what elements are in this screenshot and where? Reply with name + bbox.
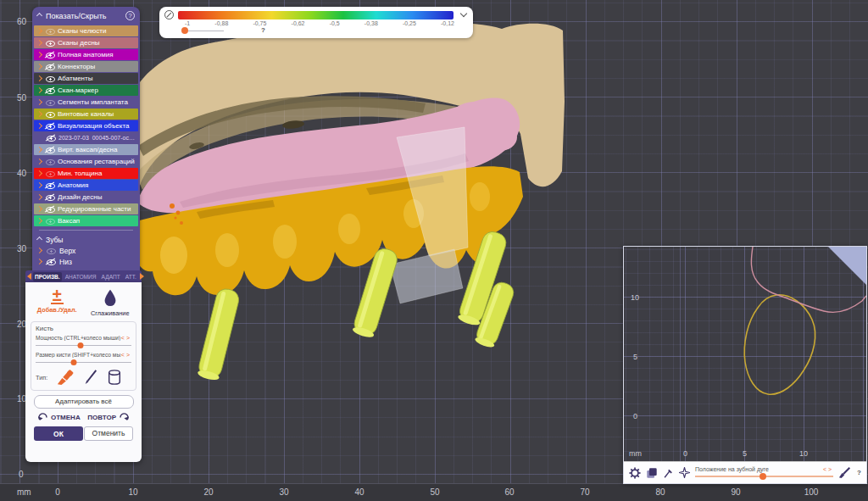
arch-position-slider[interactable] bbox=[695, 473, 833, 480]
visibility-eye-icon[interactable] bbox=[46, 257, 55, 266]
visibility-eye-icon[interactable] bbox=[45, 192, 54, 202]
visibility-eye-icon[interactable] bbox=[45, 26, 54, 36]
expand-chevron-icon[interactable] bbox=[36, 28, 42, 34]
expand-chevron-icon[interactable] bbox=[36, 218, 42, 224]
layer-row[interactable]: Скан-маркер bbox=[34, 85, 138, 96]
help-icon[interactable]: ? bbox=[261, 26, 265, 34]
visibility-eye-icon[interactable] bbox=[45, 216, 54, 225]
screw-channel-cylinder[interactable] bbox=[351, 246, 399, 339]
visibility-eye-icon[interactable] bbox=[46, 246, 55, 255]
colormap-gradient[interactable] bbox=[178, 11, 453, 19]
visibility-eye-icon[interactable] bbox=[45, 157, 54, 166]
tabs-scroll-right-icon[interactable] bbox=[140, 273, 144, 280]
gum-scan-mesh[interactable] bbox=[137, 97, 520, 213]
pipette-icon[interactable] bbox=[663, 467, 674, 479]
cancel-button[interactable]: Отменить bbox=[84, 426, 133, 441]
section-plane[interactable] bbox=[397, 127, 468, 256]
layer-row[interactable]: Абатменты bbox=[34, 73, 138, 84]
expand-chevron-icon[interactable] bbox=[36, 259, 42, 264]
tab-production[interactable]: ПРОИЗВ. bbox=[33, 272, 62, 281]
layer-row[interactable]: Полная анатомия bbox=[34, 49, 138, 60]
expand-chevron-icon[interactable] bbox=[36, 99, 42, 105]
visibility-eye-icon[interactable] bbox=[45, 109, 54, 119]
brush-size-slider[interactable] bbox=[36, 359, 131, 366]
visibility-eye-icon[interactable] bbox=[45, 62, 54, 71]
teeth-waxup-mesh[interactable] bbox=[134, 166, 523, 295]
screw-channel-cylinder[interactable] bbox=[474, 280, 516, 349]
layers-icon[interactable] bbox=[646, 467, 658, 479]
slider-handle[interactable] bbox=[181, 27, 188, 34]
visibility-eye-icon[interactable] bbox=[45, 74, 54, 83]
brush-power-slider[interactable] bbox=[36, 342, 131, 349]
undo-button[interactable]: ОТМЕНА bbox=[37, 413, 81, 421]
visibility-eye-icon[interactable] bbox=[45, 181, 54, 190]
fold-corner[interactable] bbox=[828, 247, 866, 285]
collapse-chevron-icon[interactable] bbox=[36, 13, 42, 19]
flat-brush-icon[interactable] bbox=[56, 369, 75, 386]
visibility-eye-icon[interactable] bbox=[45, 145, 54, 154]
tabs-scroll-left-icon[interactable] bbox=[27, 273, 31, 280]
adapt-all-button[interactable]: Адаптировать всё bbox=[34, 395, 134, 409]
expand-chevron-icon[interactable] bbox=[36, 170, 42, 176]
layer-row[interactable]: Редуцированные части bbox=[34, 203, 138, 214]
crosshair-star-icon[interactable] bbox=[679, 467, 690, 478]
layer-row[interactable]: Дизайн десны bbox=[34, 192, 138, 203]
teeth-row-upper[interactable]: Верх bbox=[32, 245, 140, 256]
add-remove-tool-button[interactable]: ± Добав./Удал. bbox=[31, 287, 82, 314]
help-icon[interactable]: ? bbox=[857, 469, 861, 476]
expand-chevron-icon[interactable] bbox=[36, 248, 42, 253]
visibility-eye-icon[interactable] bbox=[45, 121, 54, 131]
expand-chevron-icon[interactable] bbox=[36, 123, 42, 129]
layer-row[interactable]: Сегменты имплантата bbox=[34, 97, 138, 108]
chevron-down-icon[interactable] bbox=[460, 10, 467, 17]
cylinder-brush-icon[interactable] bbox=[107, 369, 122, 386]
slider-handle[interactable] bbox=[760, 473, 766, 480]
expand-chevron-icon[interactable] bbox=[36, 182, 42, 188]
visibility-eye-icon[interactable] bbox=[45, 169, 54, 178]
expand-chevron-icon[interactable] bbox=[36, 159, 42, 164]
layer-row[interactable]: Вирт. ваксап/десна bbox=[34, 144, 138, 155]
teeth-row-lower[interactable]: Низ bbox=[32, 256, 140, 267]
tab-anatomy[interactable]: АНАТОМИЯ bbox=[64, 272, 98, 281]
layer-row[interactable]: Сканы десны bbox=[34, 37, 138, 48]
visibility-eye-icon[interactable] bbox=[45, 50, 54, 59]
layer-row-file[interactable]: 2023-07-03_00045-007-occlusion.stl... bbox=[34, 132, 138, 143]
expand-chevron-icon[interactable] bbox=[36, 52, 42, 58]
tab-att[interactable]: АТТ. bbox=[124, 272, 138, 281]
screw-channel-cylinder[interactable] bbox=[457, 229, 509, 327]
panel-header[interactable]: Показать/Скрыть ? bbox=[32, 7, 140, 25]
help-icon[interactable]: ? bbox=[125, 11, 135, 20]
stepper-arrows-icon[interactable]: <> bbox=[121, 335, 131, 341]
ok-button[interactable]: ОК bbox=[34, 426, 83, 441]
expand-chevron-icon[interactable] bbox=[36, 64, 42, 70]
visibility-eye-icon[interactable] bbox=[45, 97, 54, 107]
expand-chevron-icon[interactable] bbox=[36, 75, 42, 81]
layer-row[interactable]: Ваксап bbox=[34, 215, 138, 226]
expand-chevron-icon[interactable] bbox=[36, 194, 42, 200]
expand-chevron-icon[interactable] bbox=[36, 206, 42, 212]
expand-chevron-icon[interactable] bbox=[36, 40, 42, 46]
screw-channel-cylinder[interactable] bbox=[197, 287, 241, 381]
smooth-tool-button[interactable]: Сглаживание bbox=[85, 287, 136, 317]
colormap-icon[interactable] bbox=[164, 10, 174, 19]
cross-section-panel[interactable]: 10 5 0 0 5 10 mm Положение на зу bbox=[623, 246, 867, 484]
settings-gear-icon[interactable] bbox=[629, 467, 641, 479]
layer-row[interactable]: Анатомия bbox=[34, 180, 138, 191]
redo-button[interactable]: ПОВТОР bbox=[87, 413, 130, 421]
expand-chevron-icon[interactable] bbox=[36, 87, 42, 93]
jaw-scan-mesh[interactable] bbox=[131, 23, 565, 205]
colorbar-range-slider[interactable] bbox=[183, 27, 224, 34]
tab-adapt[interactable]: АДАПТ bbox=[100, 272, 122, 281]
layer-row[interactable]: Сканы челюсти bbox=[34, 25, 138, 36]
brush-tool-icon[interactable] bbox=[838, 466, 852, 479]
fine-brush-icon[interactable] bbox=[83, 369, 98, 386]
layer-row[interactable]: Визуализация объекта bbox=[34, 120, 138, 131]
expand-chevron-icon[interactable] bbox=[36, 147, 42, 153]
expand-chevron-icon[interactable] bbox=[36, 111, 42, 117]
stepper-arrows-icon[interactable]: <> bbox=[121, 352, 131, 358]
section-plane-small[interactable] bbox=[390, 249, 463, 303]
collapse-chevron-icon[interactable] bbox=[36, 237, 42, 242]
visibility-eye-icon[interactable] bbox=[45, 38, 54, 47]
layer-row[interactable]: Коннекторы bbox=[34, 61, 138, 72]
slider-handle[interactable] bbox=[78, 342, 84, 348]
